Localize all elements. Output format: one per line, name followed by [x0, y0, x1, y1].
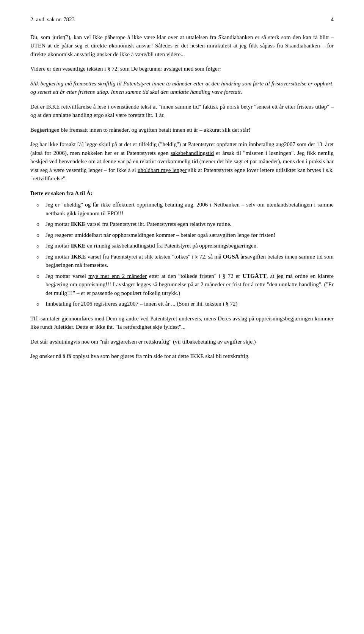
list-item: o Jeg mottar IKKE varsel fra Patentstyre… [30, 252, 334, 270]
paragraph-4-text: Begjæringen ble fremsatt innen to månede… [30, 126, 334, 134]
p5-underline1: saksbehandlingstid [171, 150, 214, 156]
list-item: o Jeg mottar IKKE varsel fra Patentstyre… [30, 220, 334, 229]
p5-underline2: uholdbart mye lenger [138, 167, 187, 173]
list-content: Innbetaling for 2006 registreres aug2007… [46, 300, 334, 308]
list-item: o Jeg reagerer umiddelbart når opphørsme… [30, 231, 334, 240]
paragraph-2-intro-text: Videre er den vesentlige teksten i § 72,… [30, 65, 334, 73]
paragraph-5: Jeg har ikke forsøkt [å] legge skjul på … [30, 140, 334, 183]
bold-ikke3: IKKE [71, 254, 86, 260]
paragraph-8-text: Jeg ønsker nå å få opplyst hva som bør g… [30, 352, 334, 361]
list-content: Jeg reagerer umiddelbart når opphørsmeld… [46, 231, 334, 240]
list-item: o Jeg mottar varsel mye mer enn 2 månede… [30, 272, 334, 298]
paragraph-5-text: Jeg har ikke forsøkt [å] legge skjul på … [30, 140, 334, 183]
paragraph-2-intro: Videre er den vesentlige teksten i § 72,… [30, 65, 334, 73]
paragraph-6: Tlf.-samtaler gjennomføres med Dem og an… [30, 314, 334, 331]
paragraph-6-text: Tlf.-samtaler gjennomføres med Dem og an… [30, 314, 334, 331]
paragraph-1-text: Du, som jurist(?), kan vel ikke påberope… [30, 33, 334, 59]
list-marker: o [30, 200, 46, 218]
paragraph-7-text: Det står avslutningvis noe om "når avgjø… [30, 338, 334, 346]
list-content: Jeg mottar IKKE en rimelig saksbehandlin… [46, 241, 334, 250]
paragraph-3-text: Det er IKKE rettvillfarelse å lese i ove… [30, 103, 334, 120]
list-marker: o [30, 241, 46, 250]
paragraph-1: Du, som jurist(?), kan vel ikke påberope… [30, 33, 334, 59]
bold-heading-text: Dette er saken fra A til Å: [30, 190, 93, 196]
list-marker: o [30, 300, 46, 308]
list-item: o Innbetaling for 2006 registreres aug20… [30, 300, 334, 308]
list-marker: o [30, 220, 46, 229]
list-marker: o [30, 252, 46, 270]
paragraph-8: Jeg ønsker nå å få opplyst hva som bør g… [30, 352, 334, 361]
bold-utgatt: UTGÅTT [242, 273, 266, 279]
list-item: o Jeg er "uheldig" og får ikke effektuer… [30, 200, 334, 218]
bold-heading: Dette er saken fra A til Å: [30, 189, 334, 198]
paragraph-4: Begjæringen ble fremsatt innen to månede… [30, 126, 334, 134]
italic-quote: Slik begjæring må fremsettes skriftlig t… [30, 79, 334, 96]
italic-quote-text: Slik begjæring må fremsettes skriftlig t… [30, 79, 334, 96]
list-content: Jeg er "uheldig" og får ikke effektuert … [46, 200, 334, 218]
list-section: o Jeg er "uheldig" og får ikke effektuer… [30, 200, 334, 308]
bold-ikke2: IKKE [71, 243, 86, 249]
list-content: Jeg mottar IKKE varsel fra Patentstyret … [46, 220, 334, 229]
header: 2. avd. sak nr. 7823 4 [30, 15, 334, 24]
list-content: Jeg mottar varsel mye mer enn 2 måneder … [46, 272, 334, 298]
paragraph-3: Det er IKKE rettvillfarelse å lese i ove… [30, 103, 334, 120]
underline-mye-mer: mye mer enn 2 måneder [88, 273, 147, 279]
list-content: Jeg mottar IKKE varsel fra Patentstyret … [46, 252, 334, 270]
header-right: 4 [331, 15, 334, 24]
list-item: o Jeg mottar IKKE en rimelig saksbehandl… [30, 241, 334, 250]
list-marker: o [30, 231, 46, 240]
list-marker: o [30, 272, 46, 298]
bold-ogsa: OGSÅ [223, 254, 239, 260]
header-left: 2. avd. sak nr. 7823 [30, 15, 75, 24]
bold-ikke: IKKE [71, 221, 86, 227]
paragraph-7: Det står avslutningvis noe om "når avgjø… [30, 338, 334, 346]
page: 2. avd. sak nr. 7823 4 Du, som jurist(?)… [0, 0, 364, 634]
